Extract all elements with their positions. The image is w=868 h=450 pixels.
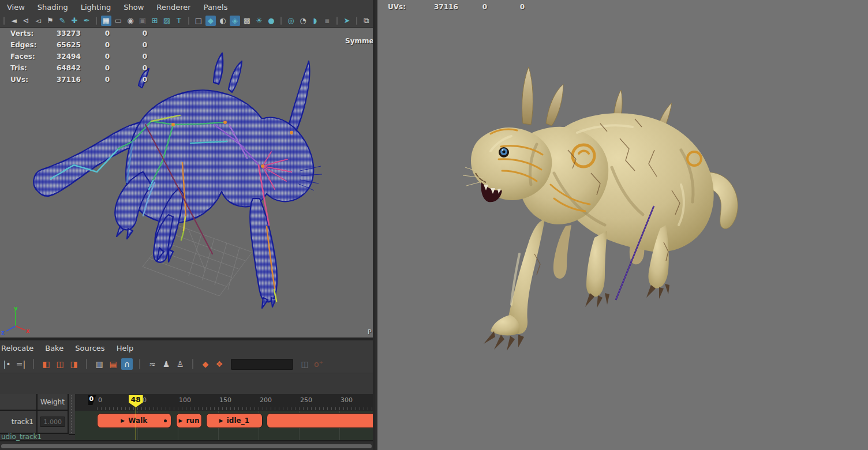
time-editor-search-field[interactable] xyxy=(231,359,293,370)
ruler-tick xyxy=(250,407,251,410)
ruler-tick xyxy=(295,407,295,410)
stats-row: Edges:6562500 xyxy=(0,39,147,51)
menu-bake[interactable]: Bake xyxy=(45,344,63,352)
anti-aliasing-icon[interactable]: ◗ xyxy=(310,16,320,26)
ruler-tick xyxy=(206,407,207,410)
safe-title-icon[interactable]: T xyxy=(174,16,184,26)
xray-icon[interactable]: ⧉ xyxy=(361,16,372,26)
shaded-viewport[interactable]: UVs:3711600 xyxy=(377,0,868,450)
ruler-tick xyxy=(186,407,186,410)
graph-view-icon[interactable]: ≈ xyxy=(147,358,158,370)
motion-blur-icon[interactable]: ◔ xyxy=(298,16,308,26)
ruler-tick xyxy=(182,407,182,410)
stats-row: Faces:3249400 xyxy=(0,51,147,62)
export-clip-icon[interactable]: ❖ xyxy=(214,358,225,370)
wireframe-viewport[interactable]: y x z Verts:3327300Edges:6562500Faces:32… xyxy=(0,28,373,337)
shaded-icon[interactable]: ◆ xyxy=(205,16,216,26)
ruler-tick xyxy=(343,407,344,410)
panel-splitter-vertical[interactable] xyxy=(373,0,377,450)
align-playhead-icon[interactable]: =| xyxy=(15,358,27,370)
stats-row: UVs:3711600 xyxy=(377,1,525,13)
clip-end-icon[interactable]: ◨ xyxy=(68,358,80,370)
menu-shading[interactable]: Shading xyxy=(38,3,68,12)
shadows-icon[interactable]: ● xyxy=(266,16,276,26)
clip-label: Walk xyxy=(128,417,147,425)
ruler-tick xyxy=(299,407,300,410)
menu-panels[interactable]: Panels xyxy=(204,3,228,12)
key-marker-icon[interactable]: |• xyxy=(1,358,13,370)
timeline-area[interactable]: 0501001502002503000 ▶Walk▶run▶idle_148 xyxy=(75,394,373,440)
ruler-tick xyxy=(263,407,263,410)
ruler-tick xyxy=(335,407,336,410)
field-chart-icon[interactable]: ⊞ xyxy=(149,16,160,26)
depth-of-field-icon[interactable]: ▪ xyxy=(322,16,332,26)
track-name-cell[interactable]: track1 xyxy=(0,411,38,434)
bookmark-icon[interactable]: ⚑ xyxy=(45,16,55,26)
film-gate-icon[interactable]: ▭ xyxy=(113,16,124,26)
ruler-tick xyxy=(287,407,287,410)
weight-value-field[interactable]: 1.000 xyxy=(40,417,65,427)
textured-icon[interactable]: ◐ xyxy=(218,16,228,26)
ruler-tick xyxy=(149,407,150,410)
wireframe-icon[interactable]: □ xyxy=(193,16,204,26)
animation-clip[interactable] xyxy=(267,413,373,428)
clip-start-icon[interactable]: ◧ xyxy=(40,358,52,370)
toolbar-separator xyxy=(336,17,338,25)
timeline-scrollbar[interactable] xyxy=(0,440,373,450)
animation-clip[interactable]: ▶idle_1 xyxy=(206,413,263,428)
remove-character-icon[interactable]: ♙ xyxy=(174,358,186,370)
ruler-tick xyxy=(246,407,247,410)
movie-camera-icon[interactable]: ◄ xyxy=(9,16,19,26)
panel-menubar: ViewShadingLightingShowRendererPanels xyxy=(0,0,373,14)
lighting-icon[interactable]: ☀ xyxy=(254,16,264,26)
menu-relocate[interactable]: Relocate xyxy=(1,344,33,352)
ruler-tick xyxy=(101,407,102,410)
resolution-gate-icon[interactable]: ◉ xyxy=(125,16,136,26)
ruler-tick xyxy=(162,407,162,410)
weight-header: Weight xyxy=(38,394,69,411)
ripple-edit-icon[interactable]: ▥ xyxy=(93,358,105,370)
grid-icon[interactable]: ▦ xyxy=(101,16,111,26)
default-material-icon[interactable]: ▩ xyxy=(242,16,252,26)
toolbar-separator xyxy=(96,17,97,25)
column-resize-handle[interactable] xyxy=(69,394,75,435)
clip-play-icon: ▶ xyxy=(219,418,223,423)
animation-clip[interactable]: ▶Walk xyxy=(97,413,171,428)
gate-mask-icon[interactable]: ▣ xyxy=(137,16,148,26)
ripple-insert-icon[interactable]: ▤ xyxy=(107,358,119,370)
menu-view[interactable]: View xyxy=(7,3,25,12)
menu-renderer[interactable]: Renderer xyxy=(156,3,190,12)
camera-lock-icon[interactable]: ⊲ xyxy=(21,16,31,26)
add-zero-key-icon[interactable]: o⁺ xyxy=(313,358,324,370)
ruler-tick xyxy=(351,407,352,410)
wireframe-on-shaded-icon[interactable]: ◈ xyxy=(230,16,240,26)
clip-middle-icon[interactable]: ◫ xyxy=(54,358,66,370)
range-start-marker[interactable]: 0 xyxy=(88,395,96,405)
timeline-scrollbar-thumb[interactable] xyxy=(1,444,372,448)
menu-lighting[interactable]: Lighting xyxy=(81,3,111,12)
toolbar-separator xyxy=(33,359,34,369)
menu-show[interactable]: Show xyxy=(124,3,144,12)
add-character-icon[interactable]: ♟ xyxy=(160,358,172,370)
safe-action-icon[interactable]: ▨ xyxy=(162,16,172,26)
time-editor-body xyxy=(0,373,373,395)
add-clip-icon[interactable]: ◆ xyxy=(200,358,211,370)
mute-track-icon[interactable]: ◫ xyxy=(299,358,310,370)
menu-help[interactable]: Help xyxy=(117,344,134,352)
isolate-select-icon[interactable]: ➤ xyxy=(342,16,352,26)
pan-zoom-icon[interactable]: ✚ xyxy=(69,16,80,26)
toolbar-separator xyxy=(3,17,5,25)
grease-pencil-icon[interactable]: ✒ xyxy=(81,16,92,26)
ambient-occlusion-icon[interactable]: ◎ xyxy=(286,16,296,26)
snap-magnet-icon[interactable]: ∩ xyxy=(121,358,133,370)
image-plane-brush-icon[interactable]: ✎ xyxy=(57,16,68,26)
animation-clip[interactable]: ▶run xyxy=(176,413,202,428)
ruler-tick xyxy=(129,407,130,410)
menu-sources[interactable]: Sources xyxy=(75,344,104,352)
playhead-line[interactable] xyxy=(136,406,136,440)
audio-track-label[interactable]: udio_track1 xyxy=(1,433,42,441)
maya-application: ViewShadingLightingShowRendererPanels ◄⊲… xyxy=(0,0,868,450)
clip-label: run xyxy=(186,417,199,425)
timeline-ruler[interactable]: 0501001502002503000 xyxy=(75,394,373,411)
camera-attributes-icon[interactable]: ◅ xyxy=(33,16,43,26)
